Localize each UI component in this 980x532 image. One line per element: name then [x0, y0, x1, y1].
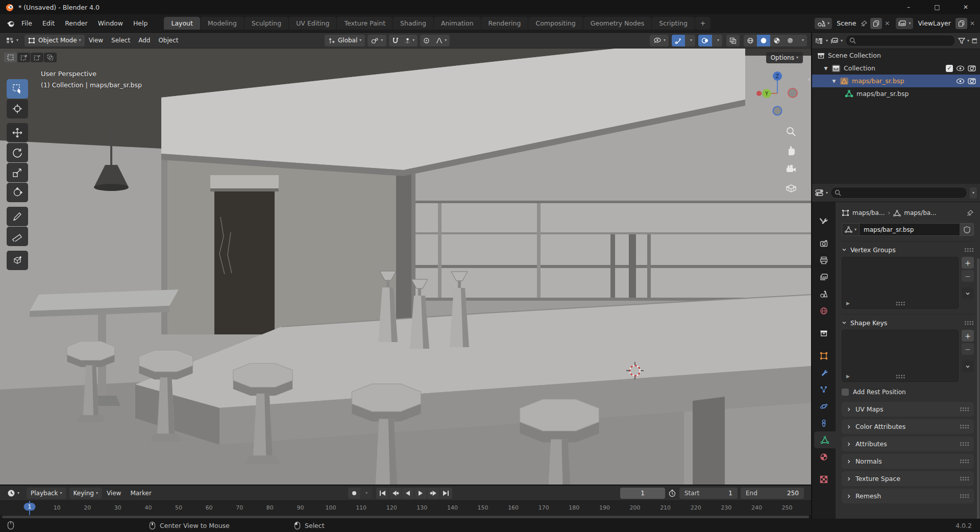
wall-door-mesh[interactable]	[161, 149, 403, 334]
keying-menu[interactable]: Keying ▾	[69, 488, 102, 499]
tool-cursor[interactable]	[7, 99, 28, 118]
move-view-button[interactable]	[783, 143, 799, 158]
options-button[interactable]: Options ▾	[766, 52, 803, 63]
tab-animation[interactable]: Animation	[434, 17, 481, 30]
jump-to-end-button[interactable]	[440, 488, 452, 499]
outliner-row-object-selected[interactable]: ▼ maps/bar_sr.bsp	[812, 75, 980, 87]
ruler-tick[interactable]: 40	[144, 504, 152, 511]
playback-menu[interactable]: Playback ▾	[27, 488, 66, 499]
ruler-tick[interactable]: 240	[751, 504, 762, 511]
ruler-tick[interactable]: 80	[266, 504, 274, 511]
tab-object-data[interactable]	[814, 431, 836, 448]
ruler-tick[interactable]: 160	[508, 504, 519, 511]
tab-uv-editing[interactable]: UV Editing	[289, 17, 336, 30]
auto-keying-toggle[interactable]	[348, 488, 360, 499]
ruler-tick[interactable]: 70	[236, 504, 243, 511]
play-button[interactable]	[414, 488, 427, 499]
select-mode-extend-button[interactable]	[17, 53, 30, 62]
tab-geometry-nodes[interactable]: Geometry Nodes	[583, 17, 651, 30]
gizmos-toggle[interactable]	[672, 35, 685, 46]
tool-select-box[interactable]	[7, 79, 28, 99]
texture-space-panel-header[interactable]: Texture Space	[842, 471, 974, 486]
normals-panel-header[interactable]: Normals	[842, 454, 974, 469]
viewlayer-browse-button[interactable]: ▾	[896, 18, 913, 29]
region-collapse-arrow[interactable]: ‹	[807, 75, 811, 83]
gizmo-z-neg-axis[interactable]	[773, 107, 782, 115]
shading-rendered-button[interactable]	[783, 35, 797, 46]
new-viewlayer-button[interactable]	[955, 18, 967, 29]
ruler-tick[interactable]: 60	[206, 504, 213, 511]
shape-key-specials-button[interactable]	[962, 360, 974, 372]
timeline-marker-menu[interactable]: Marker	[126, 490, 156, 497]
camera-view-button[interactable]	[783, 162, 799, 177]
properties-options-dropdown[interactable]: ▾	[970, 187, 977, 199]
tab-output[interactable]	[812, 252, 836, 269]
drag-grip-icon[interactable]	[960, 494, 969, 498]
current-frame-field[interactable]: 1	[620, 488, 665, 499]
timeline-ruler[interactable]: 1102030405060708090100110120130140150160…	[0, 501, 811, 515]
select-mode-set-button[interactable]	[4, 53, 17, 62]
expand-arrow-icon[interactable]: ▼	[823, 66, 828, 71]
scene-browse-button[interactable]: ▾	[815, 18, 832, 29]
overlays-toggle[interactable]	[698, 35, 712, 46]
tool-scale[interactable]	[7, 163, 28, 182]
tool-transform[interactable]	[7, 183, 28, 202]
ruler-tick[interactable]: 140	[447, 504, 458, 511]
breadcrumb-data[interactable]: maps/ba...	[904, 209, 936, 216]
hide-eye-icon[interactable]	[956, 78, 965, 84]
vertex-groups-header[interactable]: Vertex Groups	[842, 245, 974, 255]
tab-modifiers[interactable]	[812, 364, 836, 381]
tab-texture[interactable]	[812, 471, 836, 488]
shape-key-remove-button[interactable]: −	[962, 343, 974, 355]
ruler-tick[interactable]: 230	[721, 504, 731, 511]
snap-toggle[interactable]	[389, 35, 402, 46]
ruler-tick[interactable]: 110	[356, 504, 366, 511]
properties-scrollbar[interactable]	[977, 258, 979, 519]
tab-sculpting[interactable]: Sculpting	[244, 17, 288, 30]
resize-corner-icon[interactable]: ▶	[846, 374, 850, 379]
tab-modeling[interactable]: Modeling	[201, 17, 244, 30]
ruler-tick[interactable]: 30	[114, 504, 121, 511]
end-frame-field[interactable]: End 250	[741, 488, 804, 499]
column-mesh[interactable]	[396, 173, 415, 334]
select-mode-intersect-button[interactable]	[44, 53, 57, 62]
pivot-point-selector[interactable]: ▾	[368, 35, 386, 46]
vertex-group-add-button[interactable]: +	[962, 257, 974, 269]
shading-wireframe-button[interactable]	[744, 35, 757, 46]
menu-render[interactable]: Render	[60, 19, 93, 27]
pillar-mesh[interactable]	[693, 397, 725, 485]
ruler-tick[interactable]: 250	[782, 504, 793, 511]
editor-type-button[interactable]: ▾	[3, 35, 22, 46]
mesh-name-input[interactable]: maps/bar_sr.bsp	[859, 223, 960, 236]
tab-rendering[interactable]: Rendering	[481, 17, 528, 30]
camera-visibility-icon[interactable]	[968, 65, 976, 71]
orthographic-toggle-button[interactable]	[783, 181, 799, 196]
minimize-button[interactable]: –	[894, 0, 923, 14]
remesh-panel-header[interactable]: Remesh	[842, 489, 974, 503]
drag-grip-icon[interactable]	[960, 424, 969, 429]
viewport-menu-select[interactable]: Select	[107, 37, 134, 44]
timeline-editor-type-button[interactable]: ▾	[3, 488, 23, 499]
breadcrumb-object[interactable]: maps/ba...	[852, 209, 885, 216]
start-frame-field[interactable]: Start 1	[679, 488, 738, 499]
remove-viewlayer-button[interactable]: ✕	[970, 20, 975, 27]
select-mode-subtract-button[interactable]	[31, 53, 43, 62]
tab-object[interactable]	[812, 347, 836, 364]
ruler-tick[interactable]: 190	[599, 504, 610, 511]
tab-render[interactable]	[812, 235, 836, 252]
tool-move[interactable]	[7, 123, 28, 142]
hide-eye-icon[interactable]	[956, 65, 965, 71]
outliner-row-scene-collection[interactable]: Scene Collection	[812, 49, 980, 62]
tab-scene[interactable]	[812, 285, 836, 302]
drag-grip-icon[interactable]	[960, 407, 969, 412]
gizmo-x-axis[interactable]	[788, 88, 797, 98]
tab-physics[interactable]	[812, 398, 836, 415]
scene-name[interactable]: Scene	[835, 19, 858, 27]
vertex-groups-list[interactable]: ▶	[842, 257, 959, 309]
ruler-tick[interactable]: 180	[569, 504, 579, 511]
viewport-menu-add[interactable]: Add	[134, 37, 154, 44]
add-workspace-button[interactable]: +	[695, 17, 710, 30]
uv-maps-panel-header[interactable]: UV Maps	[842, 402, 974, 417]
shading-solid-button[interactable]	[757, 35, 770, 46]
viewport-menu-object[interactable]: Object	[154, 37, 182, 44]
